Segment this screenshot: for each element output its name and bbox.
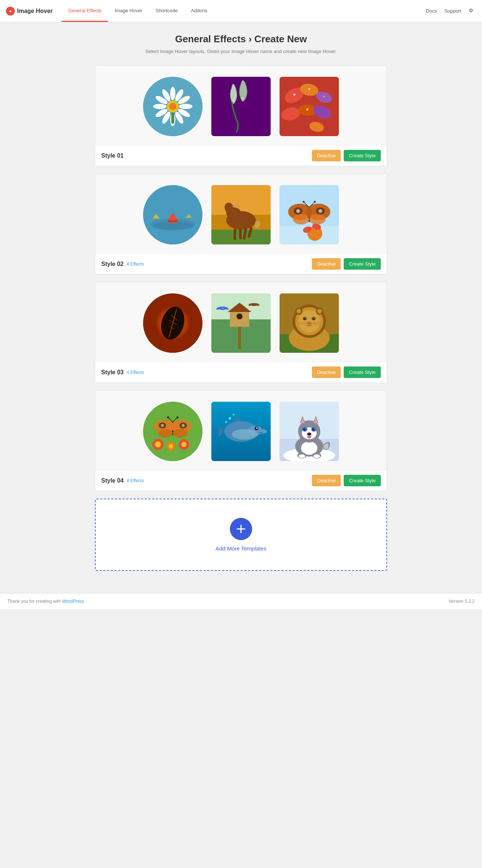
style-04-images: [95, 391, 387, 470]
svg-point-140: [233, 414, 234, 415]
style-04-effects-badge: 4 Effects: [126, 478, 143, 483]
support-link[interactable]: Support: [444, 8, 461, 14]
main-content: General Effects › Create New Select Imag…: [89, 22, 393, 593]
style-card-01: Style 01 Deactive Create Style: [95, 65, 387, 166]
style-03-images: [95, 282, 387, 362]
svg-rect-47: [239, 229, 242, 239]
style-01-img-circle: [143, 77, 202, 136]
svg-point-146: [301, 441, 317, 455]
style-03-img-rect1: [211, 293, 271, 353]
style-01-deactive-button[interactable]: Deactive: [312, 150, 341, 161]
site-footer: Thank you for creating with WordPress. V…: [0, 593, 482, 609]
svg-point-135: [256, 427, 258, 429]
style-02-buttons: Deactive Create Style: [312, 258, 381, 270]
style-02-create-button[interactable]: Create Style: [344, 258, 381, 270]
style-02-images: [95, 174, 387, 253]
style-02-deactive-button[interactable]: Deactive: [312, 258, 341, 270]
svg-point-122: [182, 424, 185, 427]
svg-point-121: [161, 424, 164, 427]
style-02-img-circle: [143, 185, 202, 244]
style-card-02: Style 02 4 Effects Deactive Create Style: [95, 174, 387, 274]
svg-point-141: [225, 421, 227, 423]
tab-image-hover[interactable]: Image Hover: [108, 0, 149, 22]
svg-point-115: [181, 442, 186, 447]
svg-point-128: [177, 417, 179, 418]
svg-point-159: [307, 433, 311, 435]
footer-version: Version 5.3.2: [449, 599, 475, 604]
svg-point-84: [221, 306, 224, 309]
style-01-img-rect1: [211, 77, 271, 136]
svg-point-106: [297, 309, 301, 313]
svg-point-158: [314, 428, 315, 430]
style-01-images: [95, 66, 387, 145]
nav-logo[interactable]: ● Image Hover: [6, 7, 53, 16]
svg-point-98: [305, 318, 306, 319]
svg-point-67: [314, 201, 316, 203]
svg-point-10: [153, 104, 166, 109]
tab-addons[interactable]: Addons: [184, 0, 214, 22]
svg-point-133: [258, 429, 267, 434]
style-card-04: Style 04 4 Effects Deactive Create Style: [95, 390, 387, 491]
style-04-img-rect2: [280, 402, 339, 461]
svg-point-30: [323, 96, 325, 97]
svg-point-61: [318, 209, 322, 213]
svg-point-39: [167, 221, 178, 224]
style-03-deactive-button[interactable]: Deactive: [312, 366, 341, 378]
style-03-label: Style 03 4 Effects: [101, 369, 144, 376]
style-03-footer: Style 03 4 Effects Deactive Create Style: [95, 362, 387, 382]
svg-point-17: [231, 100, 234, 102]
style-01-img-rect2: [280, 77, 339, 136]
add-more-card[interactable]: Add More Templates: [95, 499, 387, 571]
style-04-create-button[interactable]: Create Style: [344, 475, 381, 486]
style-02-img-rect2: [280, 185, 339, 244]
add-more-label: Add More Templates: [215, 545, 266, 552]
svg-point-1: [170, 87, 175, 100]
svg-point-14: [169, 103, 176, 110]
svg-point-163: [298, 454, 305, 458]
svg-point-108: [317, 309, 322, 313]
style-04-footer: Style 04 4 Effects Deactive Create Style: [95, 470, 387, 491]
style-card-03: Style 03 4 Effects Deactive Create Style: [95, 282, 387, 383]
svg-point-157: [305, 428, 306, 430]
style-03-img-circle: [143, 293, 202, 353]
style-03-img-rect2: [280, 293, 339, 353]
svg-point-4: [179, 104, 192, 109]
add-more-icon: [230, 518, 252, 540]
style-02-img-rect1: [211, 185, 271, 244]
svg-point-139: [229, 417, 231, 420]
style-01-label: Style 01: [101, 152, 123, 159]
svg-point-138: [232, 429, 258, 440]
docs-link[interactable]: Docs: [426, 8, 437, 14]
style-04-deactive-button[interactable]: Deactive: [312, 475, 341, 486]
nav-tabs: General Effects Image Hover Shortcode Ad…: [62, 0, 214, 22]
page-subtitle: Select Image Hover layouts, Gives your I…: [95, 49, 387, 54]
style-04-img-circle: [143, 402, 202, 461]
svg-point-18: [241, 97, 244, 99]
tab-shortcode[interactable]: Shortcode: [149, 0, 184, 22]
svg-point-31: [306, 108, 308, 111]
svg-point-62: [293, 214, 309, 224]
footer-wordpress-link[interactable]: WordPress.: [62, 599, 85, 604]
svg-point-28: [293, 93, 296, 96]
svg-rect-46: [234, 229, 236, 240]
svg-rect-15: [171, 112, 174, 124]
style-04-img-rect1: [211, 402, 271, 461]
svg-point-97: [313, 318, 315, 320]
svg-point-63: [309, 214, 326, 224]
svg-point-113: [169, 444, 173, 448]
style-03-buttons: Deactive Create Style: [312, 366, 381, 378]
svg-point-127: [167, 417, 169, 418]
style-01-footer: Style 01 Deactive Create Style: [95, 145, 387, 166]
svg-rect-41: [211, 185, 271, 215]
style-01-create-button[interactable]: Create Style: [344, 150, 381, 161]
style-03-create-button[interactable]: Create Style: [344, 366, 381, 378]
gear-icon[interactable]: ⚙: [469, 7, 476, 15]
nav-bar: ● Image Hover General Effects Image Hove…: [0, 0, 482, 22]
style-04-label: Style 04 4 Effects: [101, 477, 144, 484]
style-02-effects-badge: 4 Effects: [126, 262, 143, 267]
style-04-buttons: Deactive Create Style: [312, 475, 381, 486]
svg-point-66: [303, 201, 305, 203]
svg-point-80: [237, 313, 242, 319]
tab-general-effects[interactable]: General Effects: [62, 0, 108, 22]
nav-right: Docs Support ⚙: [426, 7, 476, 15]
